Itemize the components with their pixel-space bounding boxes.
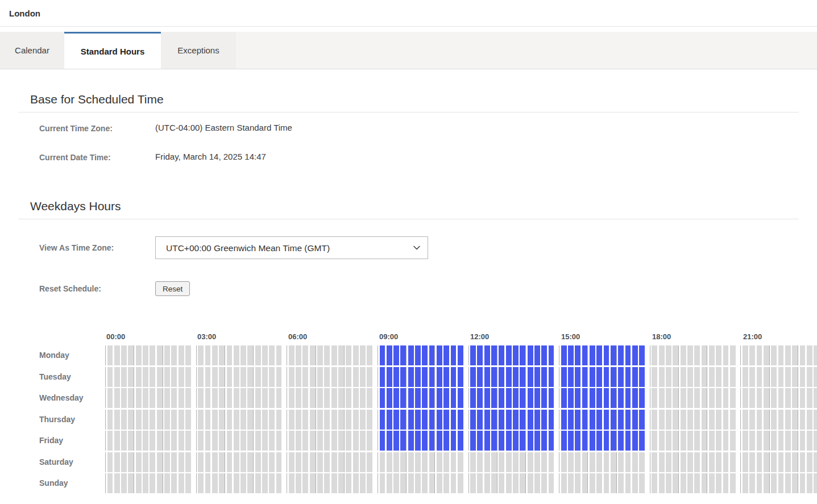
schedule-cell[interactable] xyxy=(393,452,399,472)
schedule-cell[interactable] xyxy=(346,345,351,365)
schedule-cell[interactable] xyxy=(575,473,580,493)
schedule-cell[interactable] xyxy=(437,367,442,387)
schedule-cell[interactable] xyxy=(393,473,399,493)
schedule-cell[interactable] xyxy=(807,410,812,430)
schedule-cell[interactable] xyxy=(367,452,372,472)
schedule-cell[interactable] xyxy=(709,473,715,493)
schedule-cell[interactable] xyxy=(534,367,540,387)
schedule-cell[interactable] xyxy=(730,410,736,430)
schedule-cell[interactable] xyxy=(198,473,204,493)
schedule-cell[interactable] xyxy=(709,410,715,430)
schedule-cell[interactable] xyxy=(757,473,762,493)
schedule-cell[interactable] xyxy=(247,388,253,408)
schedule-cell[interactable] xyxy=(534,388,540,408)
schedule-cell[interactable] xyxy=(702,452,707,472)
schedule-cell[interactable] xyxy=(477,367,483,387)
schedule-cell[interactable] xyxy=(276,410,282,430)
schedule-cell[interactable] xyxy=(121,367,127,387)
schedule-cell[interactable] xyxy=(652,345,657,365)
schedule-cell[interactable] xyxy=(807,452,812,472)
schedule-cell[interactable] xyxy=(673,367,678,387)
schedule-cell[interactable] xyxy=(331,388,337,408)
schedule-cell[interactable] xyxy=(702,388,707,408)
schedule-cell[interactable] xyxy=(107,367,113,387)
schedule-cell[interactable] xyxy=(114,452,120,472)
schedule-cell[interactable] xyxy=(121,388,127,408)
schedule-cell[interactable] xyxy=(393,431,399,451)
schedule-cell[interactable] xyxy=(212,452,218,472)
schedule-cell[interactable] xyxy=(227,345,233,365)
schedule-cell[interactable] xyxy=(269,410,275,430)
schedule-cell[interactable] xyxy=(367,388,372,408)
schedule-cell[interactable] xyxy=(582,410,588,430)
schedule-cell[interactable] xyxy=(764,345,769,365)
schedule-cell[interactable] xyxy=(499,452,504,472)
schedule-cell[interactable] xyxy=(458,345,463,365)
schedule-cell[interactable] xyxy=(618,410,624,430)
schedule-cell[interactable] xyxy=(694,473,700,493)
schedule-cell[interactable] xyxy=(470,452,476,472)
schedule-cell[interactable] xyxy=(387,431,392,451)
schedule-cell[interactable] xyxy=(269,345,275,365)
schedule-cell[interactable] xyxy=(157,410,163,430)
schedule-cell[interactable] xyxy=(666,431,671,451)
schedule-cell[interactable] xyxy=(143,431,148,451)
schedule-cell[interactable] xyxy=(179,452,184,472)
schedule-cell[interactable] xyxy=(205,410,211,430)
schedule-cell[interactable] xyxy=(792,452,798,472)
schedule-cell[interactable] xyxy=(625,345,631,365)
schedule-cell[interactable] xyxy=(807,473,812,493)
schedule-cell[interactable] xyxy=(234,388,239,408)
schedule-cell[interactable] xyxy=(652,473,657,493)
schedule-cell[interactable] xyxy=(317,367,323,387)
tab-exceptions[interactable]: Exceptions xyxy=(161,32,236,69)
schedule-cell[interactable] xyxy=(604,452,609,472)
schedule-cell[interactable] xyxy=(219,410,225,430)
schedule-cell[interactable] xyxy=(353,345,359,365)
schedule-cell[interactable] xyxy=(709,345,715,365)
schedule-cell[interactable] xyxy=(262,388,268,408)
schedule-cell[interactable] xyxy=(415,452,421,472)
schedule-cell[interactable] xyxy=(470,367,476,387)
schedule-cell[interactable] xyxy=(255,410,261,430)
schedule-cell[interactable] xyxy=(800,367,806,387)
schedule-cell[interactable] xyxy=(157,345,163,365)
schedule-cell[interactable] xyxy=(317,388,323,408)
schedule-cell[interactable] xyxy=(528,367,533,387)
schedule-cell[interactable] xyxy=(575,388,580,408)
schedule-cell[interactable] xyxy=(528,410,533,430)
schedule-cell[interactable] xyxy=(618,367,624,387)
schedule-cell[interactable] xyxy=(604,431,609,451)
schedule-cell[interactable] xyxy=(324,345,330,365)
schedule-cell[interactable] xyxy=(814,473,817,493)
schedule-cell[interactable] xyxy=(212,345,218,365)
schedule-cell[interactable] xyxy=(723,410,729,430)
schedule-cell[interactable] xyxy=(240,473,246,493)
schedule-cell[interactable] xyxy=(458,410,463,430)
schedule-cell[interactable] xyxy=(415,367,421,387)
schedule-cell[interactable] xyxy=(302,431,308,451)
schedule-cell[interactable] xyxy=(227,431,233,451)
schedule-cell[interactable] xyxy=(353,473,359,493)
schedule-cell[interactable] xyxy=(477,345,483,365)
schedule-cell[interactable] xyxy=(534,473,540,493)
schedule-cell[interactable] xyxy=(443,473,449,493)
schedule-cell[interactable] xyxy=(652,410,657,430)
schedule-cell[interactable] xyxy=(694,388,700,408)
schedule-cell[interactable] xyxy=(331,410,337,430)
schedule-cell[interactable] xyxy=(114,367,120,387)
schedule-cell[interactable] xyxy=(179,473,184,493)
schedule-cell[interactable] xyxy=(255,367,261,387)
schedule-cell[interactable] xyxy=(716,473,721,493)
schedule-cell[interactable] xyxy=(792,431,798,451)
schedule-cell[interactable] xyxy=(582,367,588,387)
schedule-cell[interactable] xyxy=(632,345,638,365)
schedule-cell[interactable] xyxy=(114,431,120,451)
schedule-cell[interactable] xyxy=(611,388,616,408)
schedule-cell[interactable] xyxy=(470,388,476,408)
schedule-cell[interactable] xyxy=(611,410,616,430)
schedule-cell[interactable] xyxy=(666,410,671,430)
schedule-cell[interactable] xyxy=(484,367,490,387)
schedule-cell[interactable] xyxy=(506,345,512,365)
schedule-cell[interactable] xyxy=(639,367,645,387)
